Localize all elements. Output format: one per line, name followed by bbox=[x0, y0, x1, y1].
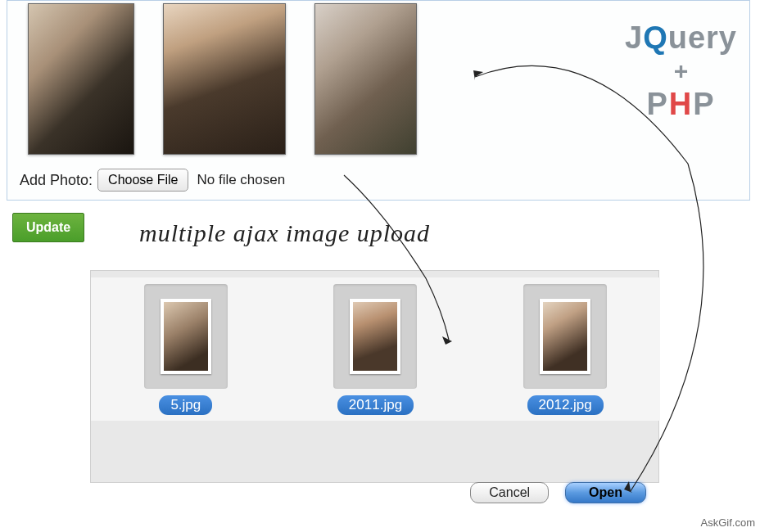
choose-file-button[interactable]: Choose File bbox=[97, 169, 188, 192]
cancel-button[interactable]: Cancel bbox=[470, 482, 549, 503]
file-thumbnail-image bbox=[350, 299, 400, 374]
open-button[interactable]: Open bbox=[565, 482, 646, 503]
file-list: 5.jpg 2011.jpg 2012.jpg bbox=[91, 277, 660, 421]
logo-jquery: JQuery bbox=[625, 20, 737, 56]
file-thumbnail bbox=[144, 284, 228, 389]
annotation-text: multiple ajax image upload bbox=[139, 219, 430, 247]
update-button[interactable]: Update bbox=[12, 213, 84, 242]
file-item[interactable]: 2011.jpg bbox=[333, 284, 417, 415]
file-item[interactable]: 5.jpg bbox=[144, 284, 228, 415]
logo: JQuery + PHP bbox=[625, 20, 737, 122]
thumbnail-image bbox=[163, 3, 286, 155]
file-name-label: 5.jpg bbox=[159, 395, 212, 415]
thumbnail-image bbox=[28, 3, 134, 155]
thumbnails-row bbox=[28, 3, 417, 155]
logo-php: PHP bbox=[625, 87, 737, 122]
logo-plus: + bbox=[625, 57, 737, 85]
file-name-label: 2011.jpg bbox=[337, 395, 414, 415]
file-thumbnail bbox=[523, 284, 607, 389]
file-item[interactable]: 2012.jpg bbox=[523, 284, 607, 415]
file-thumbnail-image bbox=[540, 299, 590, 374]
add-photo-row: Add Photo: Choose File No file chosen bbox=[20, 169, 285, 192]
thumbnail-image bbox=[314, 3, 417, 155]
file-name-label: 2012.jpg bbox=[527, 395, 604, 415]
dialog-buttons: Cancel Open bbox=[470, 482, 646, 503]
file-chooser-dialog: 5.jpg 2011.jpg 2012.jpg Cancel Open bbox=[90, 270, 659, 483]
add-photo-label: Add Photo: bbox=[20, 172, 93, 189]
file-thumbnail bbox=[333, 284, 417, 389]
watermark: AskGif.com bbox=[701, 516, 755, 529]
no-file-text: No file chosen bbox=[197, 172, 285, 188]
file-thumbnail-image bbox=[161, 299, 211, 374]
